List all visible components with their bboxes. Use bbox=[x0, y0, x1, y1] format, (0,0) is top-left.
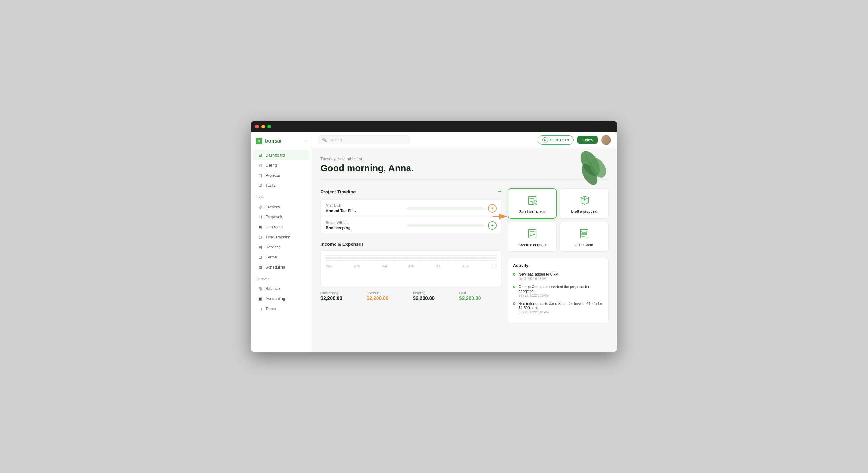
action-add-form[interactable]: Add a form bbox=[560, 222, 609, 252]
quick-actions: $ Send an invoice bbox=[508, 188, 609, 252]
activity-item: Orange Computers marked the proposal for… bbox=[513, 285, 603, 297]
sidebar-item-label: Forms bbox=[266, 255, 277, 259]
stat-outstanding: Outstanding $2,200.00 bbox=[320, 291, 363, 301]
sidebar-item-tasks[interactable]: ☑ Tasks bbox=[253, 180, 310, 190]
action-label: Send an invoice bbox=[519, 210, 545, 214]
contract-icon bbox=[526, 228, 538, 240]
sidebar-main-nav: ⊞ Dashboard ◎ Clients ◫ Projects ☑ Tasks bbox=[251, 149, 312, 192]
timeline-item: Matt Nish Annual Tax Fil... ✈ bbox=[321, 200, 501, 217]
balance-icon: ◎ bbox=[257, 286, 262, 291]
sidebar-item-forms[interactable]: ◻ Forms bbox=[253, 252, 310, 262]
timeline-bar bbox=[407, 224, 484, 227]
activity-section: Activity New lead added to CRM Oct 2, 20… bbox=[508, 258, 609, 323]
chart-label-sep: SEP bbox=[491, 264, 497, 268]
search-icon: 🔍 bbox=[322, 138, 327, 142]
timeline-project: Annual Tax Fil... bbox=[326, 209, 403, 213]
form-icon bbox=[578, 228, 590, 240]
logo-area: b bonsai ≡ bbox=[251, 132, 312, 149]
sidebar-item-contracts[interactable]: ▣ Contracts bbox=[253, 222, 310, 232]
chart-line bbox=[326, 261, 497, 262]
sidebar-item-services[interactable]: ▤ Services bbox=[253, 242, 310, 252]
activity-text: Reminder email to Jane Smith for Invoice… bbox=[519, 302, 603, 310]
search-bar[interactable]: 🔍 Search bbox=[318, 135, 410, 144]
sidebar-item-label: Clients bbox=[266, 163, 278, 167]
activity-dot bbox=[513, 286, 516, 288]
action-label: Create a contract bbox=[518, 243, 546, 247]
sidebar-item-balance[interactable]: ◎ Balance bbox=[253, 283, 310, 293]
sidebar-item-label: Time Tracking bbox=[266, 235, 290, 239]
proposal-icon bbox=[578, 194, 590, 206]
stat-overdue: Overdue $2,200.00 bbox=[367, 291, 410, 301]
sidebar-item-time-tracking[interactable]: ◷ Time Tracking bbox=[253, 232, 310, 242]
stat-paid: Paid $2,200.00 bbox=[459, 291, 502, 301]
action-label: Draft a proposal bbox=[571, 209, 597, 214]
sidebar-item-dashboard[interactable]: ⊞ Dashboard bbox=[253, 150, 310, 160]
sidebar-item-label: Dashboard bbox=[266, 153, 285, 157]
sidebar-item-label: Taxes bbox=[266, 306, 276, 311]
stat-value: $2,200.00 bbox=[367, 296, 410, 301]
sidebar-item-label: Scheduling bbox=[266, 265, 285, 270]
chart-label-mar: MAR bbox=[326, 264, 332, 268]
activity-title: Activity bbox=[513, 263, 603, 268]
sidebar-item-scheduling[interactable]: ▦ Scheduling bbox=[253, 262, 310, 272]
chart-line bbox=[326, 260, 497, 261]
sidebar-item-label: Proposals bbox=[266, 215, 283, 219]
sidebar-toggle-icon[interactable]: ≡ bbox=[304, 138, 307, 144]
chart-label-apr: APR bbox=[354, 264, 360, 268]
close-button[interactable] bbox=[255, 125, 259, 128]
tools-section-label: Tools bbox=[251, 192, 312, 200]
stat-value: $2,200.00 bbox=[459, 296, 502, 301]
add-timeline-button[interactable]: + bbox=[498, 188, 502, 195]
header: 🔍 Search ▶ Start Timer + New bbox=[312, 132, 617, 148]
content-body: Project Timeline + Matt Nish Annual Tax … bbox=[320, 188, 609, 323]
activity-item: Reminder email to Jane Smith for Invoice… bbox=[513, 302, 603, 314]
income-section: Income & Expenses MAR bbox=[320, 241, 502, 301]
proposals-icon: ◁ bbox=[257, 214, 262, 219]
timeline-card: Matt Nish Annual Tax Fil... ✈ R bbox=[320, 199, 502, 234]
services-icon: ▤ bbox=[257, 245, 262, 249]
sidebar-item-proposals[interactable]: ◁ Proposals bbox=[253, 212, 310, 222]
avatar[interactable] bbox=[601, 135, 611, 145]
start-timer-label: Start Timer bbox=[550, 138, 569, 142]
app-window: b bonsai ≡ ⊞ Dashboard ◎ Clients ◫ Proje… bbox=[251, 121, 617, 352]
action-draft-proposal[interactable]: Draft a proposal bbox=[560, 188, 609, 219]
app-layout: b bonsai ≡ ⊞ Dashboard ◎ Clients ◫ Proje… bbox=[251, 132, 617, 352]
sidebar-item-label: Projects bbox=[266, 173, 280, 178]
activity-date: Sep 29, 2022 3:29 AM bbox=[519, 294, 603, 297]
stat-pending: Pending $2,200.00 bbox=[413, 291, 456, 301]
action-create-contract[interactable]: Create a contract bbox=[508, 222, 557, 252]
stats-row: Outstanding $2,200.00 Overdue $2,200.00 … bbox=[320, 291, 502, 301]
start-timer-button[interactable]: ▶ Start Timer bbox=[538, 135, 574, 145]
status-icon-pending: ✈ bbox=[488, 204, 497, 213]
timeline-bar-area bbox=[407, 224, 484, 227]
svg-rect-14 bbox=[529, 229, 536, 238]
left-column: Project Timeline + Matt Nish Annual Tax … bbox=[320, 188, 502, 323]
activity-text: New lead added to CRM bbox=[519, 272, 559, 277]
chart-labels: MAR APR MAI JUN JUL AUG SEP bbox=[326, 264, 497, 268]
sidebar-item-accounting[interactable]: ▣ Accounting bbox=[253, 293, 310, 303]
action-send-invoice[interactable]: $ Send an invoice bbox=[508, 188, 557, 219]
maximize-button[interactable] bbox=[267, 125, 271, 128]
minimize-button[interactable] bbox=[261, 125, 265, 128]
activity-content: Reminder email to Jane Smith for Invoice… bbox=[519, 302, 603, 314]
sidebar-item-invoices[interactable]: ◎ Invoices bbox=[253, 202, 310, 212]
forms-icon: ◻ bbox=[257, 254, 262, 259]
sidebar-item-projects[interactable]: ◫ Projects bbox=[253, 170, 310, 180]
sidebar-item-taxes[interactable]: ◻ Taxes bbox=[253, 304, 310, 313]
timeline-bar bbox=[407, 207, 484, 210]
sidebar-item-clients[interactable]: ◎ Clients bbox=[253, 160, 310, 170]
stat-label: Paid bbox=[459, 291, 502, 295]
svg-rect-19 bbox=[582, 233, 587, 235]
sidebar: b bonsai ≡ ⊞ Dashboard ◎ Clients ◫ Proje… bbox=[251, 132, 312, 352]
sidebar-item-label: Balance bbox=[266, 286, 280, 291]
invoice-icon: $ bbox=[526, 194, 538, 207]
invoices-icon: ◎ bbox=[257, 204, 262, 209]
new-button[interactable]: + New bbox=[578, 136, 597, 144]
timeline-info: Roger Wilson Bookkeeping bbox=[326, 221, 403, 230]
avatar-image bbox=[601, 135, 611, 145]
accounting-icon: ▣ bbox=[257, 296, 262, 301]
dashboard-icon: ⊞ bbox=[257, 153, 262, 157]
timeline-info: Matt Nish Annual Tax Fil... bbox=[326, 203, 403, 213]
finances-section-label: Finances bbox=[251, 274, 312, 282]
chart-area: MAR APR MAI JUN JUL AUG SEP bbox=[320, 250, 502, 287]
